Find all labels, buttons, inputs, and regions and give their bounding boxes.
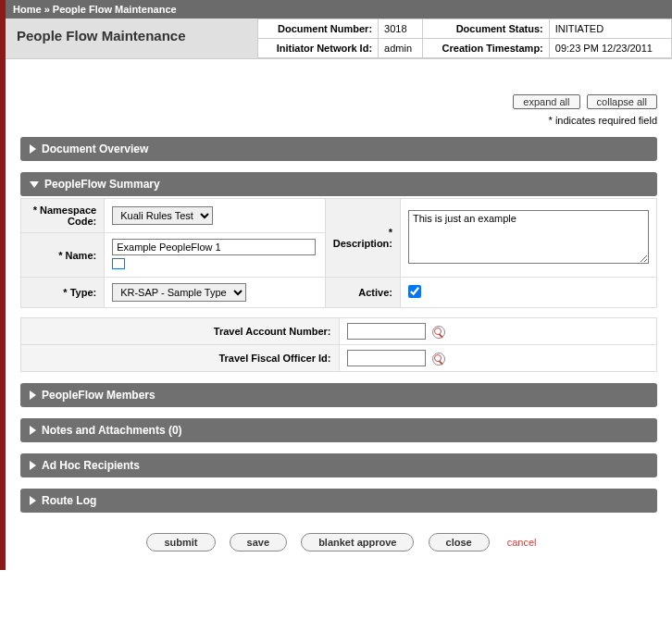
section-title: PeopleFlow Summary (44, 178, 160, 191)
section-peopleflow-members[interactable]: PeopleFlow Members (20, 383, 657, 407)
attributes-table: Travel Account Number: Travel Fiscal Off… (20, 317, 657, 372)
close-button[interactable]: close (429, 533, 490, 551)
lookup-icon[interactable] (432, 326, 445, 339)
active-label: Active: (325, 278, 400, 308)
chevron-right-icon (30, 144, 36, 154)
summary-form: * Namespace Code: Kuali Rules Test * Des… (20, 198, 657, 308)
chevron-right-icon (30, 426, 36, 435)
officer-label: Travel Fiscal Officer Id: (21, 345, 340, 372)
section-notes-attachments[interactable]: Notes and Attachments (0) (20, 418, 657, 442)
description-textarea[interactable] (408, 210, 649, 264)
doc-status-label: Document Status: (423, 19, 550, 39)
section-title: Route Log (42, 494, 96, 507)
header: People Flow Maintenance Document Number:… (6, 19, 672, 59)
chevron-right-icon (30, 390, 36, 400)
timestamp-value: 09:23 PM 12/23/2011 (549, 39, 671, 58)
breadcrumb-sep: » (44, 4, 50, 15)
section-route-log[interactable]: Route Log (20, 489, 657, 513)
chevron-down-icon (30, 181, 39, 188)
namespace-select[interactable]: Kuali Rules Test (112, 206, 213, 225)
doc-number-value: 3018 (379, 19, 423, 39)
submit-button[interactable]: submit (146, 533, 215, 551)
collapse-all-button[interactable]: collapse all (587, 94, 657, 109)
breadcrumb-home[interactable]: Home (13, 4, 42, 15)
required-note: * indicates required field (20, 115, 657, 126)
section-title: Notes and Attachments (0) (42, 424, 182, 437)
page-title: People Flow Maintenance (6, 19, 257, 58)
account-label: Travel Account Number: (21, 318, 340, 345)
doc-number-label: Document Number: (258, 19, 379, 39)
active-checkbox[interactable] (408, 285, 421, 298)
breadcrumb-current: People Flow Maintenance (53, 4, 177, 15)
section-title: PeopleFlow Members (42, 389, 156, 402)
chevron-right-icon (30, 496, 36, 505)
name-input[interactable] (112, 239, 316, 255)
doc-status-value: INITIATED (549, 19, 671, 39)
initiator-label: Initiator Network Id: (258, 39, 379, 58)
section-adhoc-recipients[interactable]: Ad Hoc Recipients (20, 453, 657, 477)
namespace-label: * Namespace Code: (21, 199, 105, 233)
timestamp-label: Creation Timestamp: (423, 39, 550, 58)
chevron-right-icon (30, 461, 36, 470)
blanket-approve-button[interactable]: blanket approve (301, 533, 414, 551)
action-buttons: submit save blanket approve close cancel (20, 533, 657, 551)
doc-info: Document Number: 3018 Document Status: I… (257, 19, 672, 58)
description-label: * Description: (325, 199, 400, 278)
officer-input[interactable] (347, 350, 426, 366)
name-label: * Name: (21, 233, 105, 278)
type-select[interactable]: KR-SAP - Sample Type (112, 283, 246, 302)
section-peopleflow-summary[interactable]: PeopleFlow Summary (20, 172, 657, 196)
initiator-value: admin (379, 39, 423, 58)
section-title: Ad Hoc Recipients (42, 459, 140, 472)
expand-all-button[interactable]: expand all (513, 94, 579, 109)
lookup-icon[interactable] (432, 353, 445, 366)
section-document-overview[interactable]: Document Overview (20, 137, 657, 161)
type-label: * Type: (21, 278, 105, 308)
book-icon[interactable] (112, 258, 125, 269)
save-button[interactable]: save (230, 533, 287, 551)
account-input[interactable] (347, 323, 426, 340)
cancel-link[interactable]: cancel (507, 537, 537, 548)
section-title: Document Overview (42, 143, 148, 155)
breadcrumb: Home » People Flow Maintenance (6, 0, 672, 19)
